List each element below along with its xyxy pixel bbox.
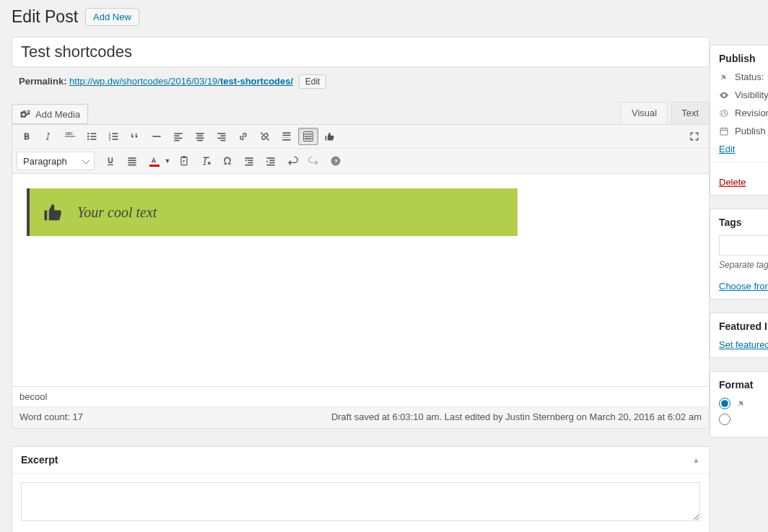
publish-revisions-label: Revisions: <box>735 108 768 118</box>
word-count: Word count: 17 <box>19 411 83 422</box>
svg-rect-37 <box>310 136 311 137</box>
excerpt-textarea[interactable] <box>21 482 700 521</box>
excerpt-title: Excerpt <box>21 454 58 466</box>
draft-saved-status: Draft saved at 6:03:10 am. Last edited b… <box>331 411 702 422</box>
svg-rect-35 <box>305 136 307 137</box>
link-button[interactable] <box>233 128 253 145</box>
unlink-button[interactable] <box>255 128 275 145</box>
featured-image-panel: Featured Image Set featured image <box>710 313 768 358</box>
outdent-button[interactable] <box>239 152 259 170</box>
excerpt-toggle[interactable]: ▲ <box>692 455 700 464</box>
publish-schedule-label: Publish <box>735 126 766 136</box>
pin-icon <box>719 72 729 82</box>
undo-button[interactable] <box>282 152 302 170</box>
text-color-dropdown[interactable]: ▼ <box>162 152 173 170</box>
paste-text-button[interactable]: T <box>174 152 194 170</box>
svg-rect-21 <box>196 138 204 139</box>
publish-panel-title: Publish <box>719 53 768 64</box>
choose-tags-link[interactable]: Choose from the most used tags <box>719 281 768 292</box>
svg-rect-23 <box>217 133 225 134</box>
svg-point-4 <box>87 136 89 137</box>
add-media-button[interactable]: Add Media <box>12 104 88 124</box>
editor-status-path: becool <box>12 386 709 406</box>
underline-button[interactable] <box>100 152 121 170</box>
bullet-list-button[interactable] <box>82 128 102 145</box>
svg-rect-18 <box>174 140 179 141</box>
svg-rect-11 <box>112 136 118 137</box>
svg-rect-47 <box>245 157 253 159</box>
svg-rect-15 <box>174 133 182 134</box>
permalink-link[interactable]: http://wp.dw/shortcodes/2016/03/19/test-… <box>69 76 293 87</box>
permalink-label: Permalink: <box>19 76 66 87</box>
format-select[interactable]: Paragraph <box>17 152 95 170</box>
publish-status-label: Status: <box>735 71 764 82</box>
hr-button[interactable] <box>147 128 167 145</box>
svg-text:3: 3 <box>109 138 111 141</box>
tag-input[interactable] <box>719 235 768 256</box>
align-justify-button[interactable] <box>122 152 142 170</box>
shortcode-preview-block[interactable]: Your cool text <box>27 188 518 236</box>
align-left-button[interactable] <box>168 128 188 145</box>
format-panel-title: Format <box>719 379 768 391</box>
shortcode-preview-text: Your cool text <box>77 204 157 221</box>
svg-rect-42 <box>128 162 136 164</box>
fullscreen-button[interactable] <box>684 128 704 145</box>
svg-rect-41 <box>128 160 136 161</box>
svg-rect-51 <box>266 157 274 159</box>
svg-rect-5 <box>90 136 96 137</box>
revisions-icon <box>719 108 729 118</box>
svg-rect-33 <box>307 134 308 135</box>
svg-text:?: ? <box>334 158 338 165</box>
redo-button[interactable] <box>304 152 324 170</box>
svg-rect-40 <box>128 157 136 159</box>
permalink-row: Permalink: http://wp.dw/shortcodes/2016/… <box>12 67 710 96</box>
numbered-list-button[interactable]: 123 <box>103 128 123 145</box>
svg-rect-3 <box>90 133 96 134</box>
svg-rect-58 <box>720 128 728 134</box>
tag-separator-hint: Separate tags with commas <box>719 260 768 270</box>
align-center-button[interactable] <box>190 128 210 145</box>
permalink-slug: test-shortcodes/ <box>220 76 293 87</box>
tags-panel: Tags Separate tags with commas Choose fr… <box>710 209 768 300</box>
italic-button[interactable] <box>38 128 58 145</box>
align-right-button[interactable] <box>211 128 232 145</box>
svg-rect-16 <box>174 135 179 136</box>
set-featured-image-link[interactable]: Set featured image <box>719 339 768 350</box>
strikethrough-button[interactable]: ABC <box>60 128 80 145</box>
format-panel: Format <box>710 371 768 437</box>
publish-edit-link[interactable]: Edit <box>719 144 735 154</box>
svg-rect-24 <box>220 135 225 136</box>
svg-rect-34 <box>310 134 312 135</box>
text-color-button[interactable] <box>144 152 164 170</box>
clear-format-button[interactable] <box>196 152 216 170</box>
svg-rect-39 <box>108 165 113 165</box>
svg-point-2 <box>87 133 89 134</box>
publish-visibility-label: Visibility: <box>735 90 768 100</box>
svg-text:ABC: ABC <box>66 132 74 136</box>
format-radio-standard[interactable] <box>719 398 730 409</box>
editor-content[interactable]: Your cool text <box>12 174 709 386</box>
format-radio-other[interactable] <box>719 414 730 425</box>
svg-rect-13 <box>112 139 118 140</box>
help-button[interactable]: ? <box>326 152 346 170</box>
blockquote-button[interactable] <box>125 128 145 145</box>
indent-button[interactable] <box>261 152 281 170</box>
special-char-button[interactable] <box>217 152 237 170</box>
tab-visual[interactable]: Visual <box>621 102 668 124</box>
svg-rect-7 <box>90 139 96 140</box>
tab-text[interactable]: Text <box>671 102 710 124</box>
kitchen-sink-button[interactable] <box>298 128 318 145</box>
svg-rect-26 <box>220 140 225 141</box>
post-title-input[interactable] <box>12 37 710 67</box>
excerpt-metabox: Excerpt ▲ <box>12 446 710 532</box>
publish-panel: Publish Status: Visibility: Revisions: P… <box>710 45 768 196</box>
tags-panel-title: Tags <box>719 217 768 228</box>
thumbs-up-shortcode-button[interactable] <box>320 128 340 145</box>
edit-permalink-button[interactable]: Edit <box>299 74 327 89</box>
move-to-trash-link[interactable]: Delete <box>719 177 746 188</box>
bold-button[interactable] <box>17 128 37 145</box>
add-new-button[interactable]: Add New <box>85 8 139 26</box>
svg-rect-19 <box>196 133 204 134</box>
read-more-button[interactable] <box>276 128 297 145</box>
thumbs-up-icon <box>43 201 64 223</box>
